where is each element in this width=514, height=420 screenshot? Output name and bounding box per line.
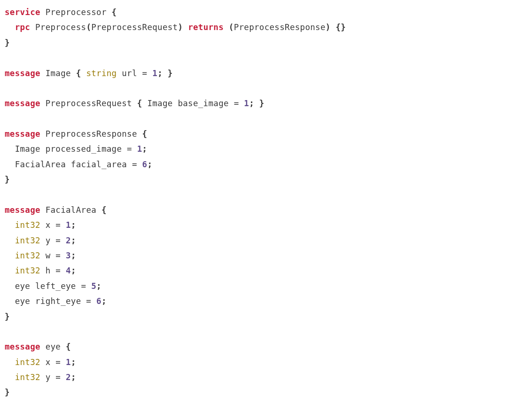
code-block: service Preprocessor { rpc Preprocess(Pr…: [5, 5, 509, 400]
